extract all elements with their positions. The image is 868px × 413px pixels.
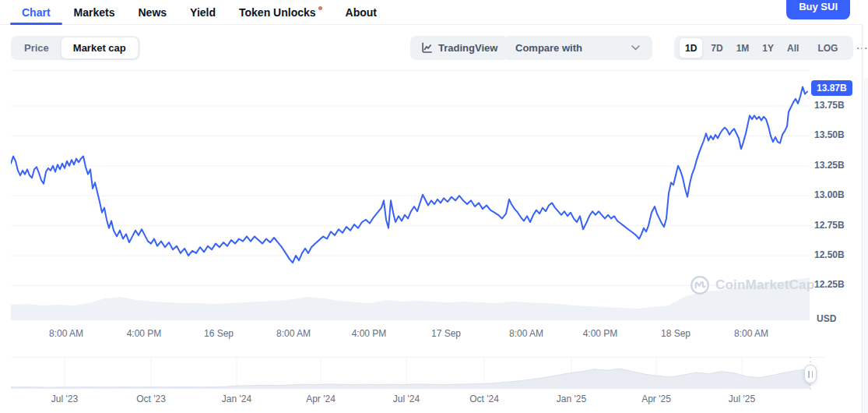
x-tick-label: 4:00 PM [583,328,618,339]
range-1m[interactable]: 1M [731,38,755,58]
range-navigator[interactable] [11,357,825,390]
nav-tab-chart[interactable]: Chart [10,0,62,24]
y-tick-label: 12.25B [814,279,845,290]
nav-tab-label: About [346,6,377,19]
nav-tab-news[interactable]: News [126,0,178,24]
toggle-option-price[interactable]: Price [12,37,61,58]
nav-tab-label: Markets [74,6,115,19]
price-marketcap-toggle: PriceMarket cap [11,36,140,60]
nav-tab-label: Chart [22,6,51,19]
scrollbar-track[interactable] [863,78,868,413]
tradingview-button[interactable]: TradingView [410,36,508,60]
nav-tab-label: Token Unlocks [239,6,316,19]
x-tick-label: 8:00 AM [734,328,768,339]
navigator-area [11,369,810,389]
range-all[interactable]: All [782,38,804,58]
y-tick-label: 13.75B [814,100,845,111]
x-tick-label: 8:00 AM [509,328,543,339]
x-tick-label: 16 Sep [204,328,234,339]
nav-tab-token-unlocks[interactable]: Token Unlocks [227,0,334,24]
nav-tab-about[interactable]: About [334,0,388,24]
x-tick-label: 4:00 PM [352,328,387,339]
x-tick-label: 8:00 AM [49,328,83,339]
tradingview-label: TradingView [438,42,497,54]
tab-bar: ChartMarketsNewsYieldToken UnlocksAbout [10,0,388,24]
navigator-tick-label: Jul '24 [393,394,420,404]
chevron-down-icon [631,45,640,51]
tradingview-chart-icon [421,42,433,54]
x-tick-label: 8:00 AM [276,328,311,339]
navigator-tick-label: Apr '25 [641,394,671,404]
x-tick-label: 17 Sep [431,328,461,339]
range-1y[interactable]: 1Y [757,38,779,58]
coin-page-tabs: ChartMarketsNewsYieldToken UnlocksAbout [0,0,863,25]
chart-controls: PriceMarket cap TradingView Compare with… [0,36,868,60]
market-cap-chart[interactable] [11,69,810,321]
log-scale-button[interactable]: LOG [812,38,843,58]
nav-tab-markets[interactable]: Markets [62,0,127,24]
y-tick-label: 12.50B [814,249,845,260]
navigator-tick-label: Oct '23 [136,394,166,404]
compare-with-dropdown[interactable]: Compare with [503,36,652,60]
volume-area [11,277,810,320]
x-tick-label: 4:00 PM [127,328,162,339]
nav-tab-label: Yield [190,6,216,19]
notification-dot [318,6,322,10]
navigator-tick-label: Jan '25 [557,394,586,404]
y-tick-label: 13.25B [814,160,845,171]
x-tick-label: 18 Sep [661,328,691,339]
navigator-handle[interactable] [804,365,817,383]
y-axis-unit: USD [817,313,836,324]
navigator-tick-label: Jan '24 [222,394,251,404]
current-value-badge: 13.87B [811,80,852,96]
sui-market-cap-chart-page: ChartMarketsNewsYieldToken UnlocksAbout … [0,0,868,413]
compare-with-label: Compare with [515,42,582,54]
toggle-option-market-cap[interactable]: Market cap [61,37,139,59]
market-cap-line [11,86,807,263]
navigator-tick-label: Oct '24 [469,394,499,404]
buy-sui-button[interactable]: Buy SUI [786,0,850,19]
range-1d[interactable]: 1D [679,37,703,58]
navigator-tick-label: Apr '24 [306,394,336,404]
y-tick-label: 12.75B [814,220,845,231]
time-range-selector: 1D7D1M1YAllLOG··· [674,36,853,60]
y-tick-label: 13.00B [814,189,845,200]
more-options-button[interactable]: ··· [851,38,868,58]
navigator-tick-label: Jul '23 [51,394,78,404]
nav-tab-label: News [138,6,167,19]
y-tick-label: 13.50B [814,129,845,140]
nav-tab-yield[interactable]: Yield [178,0,227,24]
navigator-tick-label: Jul '25 [729,394,755,404]
range-7d[interactable]: 7D [705,38,728,58]
